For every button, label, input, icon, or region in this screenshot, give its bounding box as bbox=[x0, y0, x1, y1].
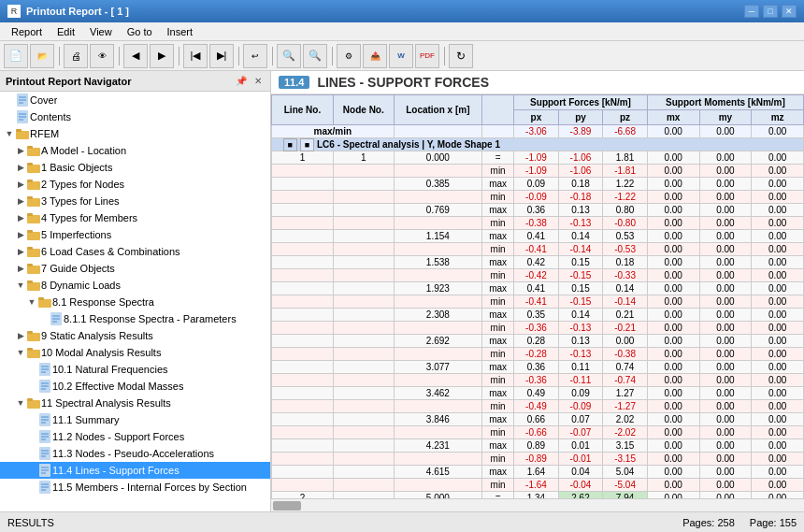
folder-icon bbox=[26, 160, 41, 175]
tree-toggle-cover bbox=[4, 92, 15, 108]
next-button[interactable]: ▶ bbox=[150, 44, 174, 68]
tree-item-5-imperf[interactable]: ▶5 Imperfections bbox=[0, 226, 270, 243]
tree-item-11-3[interactable]: 11.3 Nodes - Pseudo-Accelerations bbox=[0, 445, 270, 462]
tree-label-3-lines: 3 Types for Lines bbox=[41, 195, 120, 207]
tree-item-10-2[interactable]: 10.2 Effective Modal Masses bbox=[0, 378, 270, 395]
settings-button[interactable]: ⚙ bbox=[337, 44, 361, 68]
navigator-close-button[interactable]: ✕ bbox=[251, 75, 265, 88]
menu-insert[interactable]: Insert bbox=[160, 22, 201, 41]
pdf-button[interactable]: PDF bbox=[415, 44, 439, 68]
tree-label-11-spectral: 11 Spectral Analysis Results bbox=[41, 397, 171, 409]
menu-edit[interactable]: Edit bbox=[50, 22, 82, 41]
svg-rect-8 bbox=[16, 131, 29, 139]
tree-label-2-nodes: 2 Types for Nodes bbox=[41, 179, 124, 190]
scroll-thumb[interactable] bbox=[273, 501, 301, 510]
toolbar-separator-7 bbox=[441, 44, 447, 68]
table-row: 2.692max0.280.130.000.000.000.00 bbox=[272, 335, 804, 348]
tree-toggle-7-guide: ▶ bbox=[15, 260, 26, 277]
navigator-pin-button[interactable]: 📌 bbox=[235, 75, 248, 88]
close-button[interactable]: ✕ bbox=[782, 5, 797, 18]
tree-item-contents[interactable]: Contents bbox=[0, 108, 270, 125]
folder-icon bbox=[37, 295, 52, 309]
tree-item-11-2[interactable]: 11.2 Nodes - Support Forces bbox=[0, 428, 270, 445]
print-button[interactable]: 🖨 bbox=[64, 44, 88, 68]
tree-item-11-4[interactable]: 11.4 Lines - Support Forces bbox=[0, 462, 270, 479]
tree-item-a-model[interactable]: ▶A Model - Location bbox=[0, 142, 270, 159]
svg-rect-11 bbox=[27, 146, 33, 149]
folder-icon bbox=[26, 210, 41, 225]
refresh-button[interactable]: ↻ bbox=[449, 44, 473, 68]
last-button[interactable]: ▶| bbox=[209, 44, 234, 68]
tree-item-8-1[interactable]: ▼8.1 Response Spectra bbox=[0, 294, 270, 310]
tree-item-4-members[interactable]: ▶4 Types for Members bbox=[0, 209, 270, 226]
tree-item-10-modal[interactable]: ▼10 Modal Analysis Results bbox=[0, 344, 270, 361]
open-button[interactable]: 📂 bbox=[30, 44, 54, 68]
table-row: min-1.09-1.06-1.810.000.000.00 bbox=[272, 165, 804, 178]
folder-icon bbox=[26, 345, 41, 360]
tree-item-3-lines[interactable]: ▶3 Types for Lines bbox=[0, 193, 270, 209]
window-controls[interactable]: ─ □ ✕ bbox=[744, 5, 797, 18]
svg-rect-21 bbox=[27, 230, 33, 233]
menu-report[interactable]: Report bbox=[4, 22, 50, 41]
tree-item-11-spectral[interactable]: ▼11 Spectral Analysis Results bbox=[0, 395, 270, 411]
zoom-out-button[interactable]: 🔍 bbox=[277, 44, 301, 68]
col-my: my bbox=[699, 110, 752, 125]
tree-item-11-1[interactable]: 11.1 Summary bbox=[0, 411, 270, 428]
maxmin-label: max/min bbox=[272, 125, 395, 138]
word-button[interactable]: W bbox=[389, 44, 413, 68]
support-forces-table: Line No. Node No. Location x [m] Support… bbox=[271, 94, 804, 498]
svg-rect-9 bbox=[16, 129, 22, 132]
tree-label-contents: Contents bbox=[30, 111, 71, 122]
maximize-button[interactable]: □ bbox=[763, 5, 778, 18]
minimize-button[interactable]: ─ bbox=[744, 5, 759, 18]
table-row: 1.538max0.420.150.180.000.000.00 bbox=[272, 256, 804, 269]
tree-item-6-load[interactable]: ▶6 Load Cases & Combinations bbox=[0, 243, 270, 260]
toolbar: 📄 📂 🖨 👁 ◀ ▶ |◀ ▶| ↩ 🔍 🔍 ⚙ 📤 W PDF ↻ bbox=[0, 41, 804, 71]
export-button[interactable]: 📤 bbox=[363, 44, 387, 68]
horizontal-scrollbar[interactable] bbox=[271, 498, 804, 511]
folder-icon bbox=[26, 261, 41, 276]
tree-toggle-11-2 bbox=[26, 428, 37, 445]
tree-item-rfem[interactable]: ▼RFEM bbox=[0, 125, 270, 142]
undo-button[interactable]: ↩ bbox=[243, 44, 267, 68]
tree-item-8-dynamic[interactable]: ▼8 Dynamic Loads bbox=[0, 277, 270, 294]
tree-item-cover[interactable]: Cover bbox=[0, 92, 270, 108]
doc-icon bbox=[15, 93, 30, 108]
tree-item-10-1[interactable]: 10.1 Natural Frequencies bbox=[0, 361, 270, 378]
menu-bar: Report Edit View Go to Insert bbox=[0, 22, 804, 41]
folder-icon bbox=[26, 143, 41, 158]
prev-button[interactable]: ◀ bbox=[123, 44, 148, 68]
tree-item-1-basic[interactable]: ▶1 Basic Objects bbox=[0, 159, 270, 176]
doc-icon bbox=[37, 362, 52, 377]
navigator-header: Printout Report Navigator 📌 ✕ bbox=[0, 71, 270, 92]
tree-item-8-1-1[interactable]: 8.1.1 Response Spectra - Parameters bbox=[0, 310, 270, 327]
tree-item-9-static[interactable]: ▶9 Static Analysis Results bbox=[0, 327, 270, 344]
toolbar-separator-2 bbox=[116, 44, 122, 68]
menu-view[interactable]: View bbox=[82, 22, 120, 41]
table-row: 110.000=-1.09-1.061.810.000.000.00 bbox=[272, 151, 804, 165]
table-row: min-0.41-0.14-0.530.000.000.00 bbox=[272, 243, 804, 256]
navigator-controls[interactable]: 📌 ✕ bbox=[235, 75, 265, 88]
tree-item-2-nodes[interactable]: ▶2 Types for Nodes bbox=[0, 176, 270, 193]
svg-rect-24 bbox=[27, 266, 40, 274]
print-preview-button[interactable]: 👁 bbox=[90, 44, 114, 68]
doc-icon bbox=[37, 429, 52, 444]
content-header: 11.4 LINES - SUPPORT FORCES bbox=[271, 71, 804, 94]
table-container[interactable]: Line No. Node No. Location x [m] Support… bbox=[271, 94, 804, 498]
tree-label-1-basic: 1 Basic Objects bbox=[41, 162, 112, 173]
col-px: px bbox=[514, 110, 559, 125]
menu-goto[interactable]: Go to bbox=[120, 22, 160, 41]
first-button[interactable]: |◀ bbox=[183, 44, 208, 68]
svg-rect-17 bbox=[27, 196, 33, 199]
tree-label-11-4: 11.4 Lines - Support Forces bbox=[52, 465, 179, 476]
tree-item-11-5[interactable]: 11.5 Members - Internal Forces by Sectio… bbox=[0, 479, 270, 496]
new-button[interactable]: 📄 bbox=[4, 44, 28, 68]
tree-label-11-5: 11.5 Members - Internal Forces by Sectio… bbox=[52, 482, 247, 493]
zoom-in-button[interactable]: 🔍 bbox=[303, 44, 327, 68]
toolbar-separator-5 bbox=[269, 44, 275, 68]
status-bar: RESULTS Pages: 258 Page: 155 bbox=[0, 511, 804, 532]
col-mz: mz bbox=[752, 110, 804, 125]
table-row: min-0.09-0.18-1.220.000.000.00 bbox=[272, 191, 804, 204]
tree-item-7-guide[interactable]: ▶7 Guide Objects bbox=[0, 260, 270, 277]
tree-toggle-10-1 bbox=[26, 361, 37, 378]
